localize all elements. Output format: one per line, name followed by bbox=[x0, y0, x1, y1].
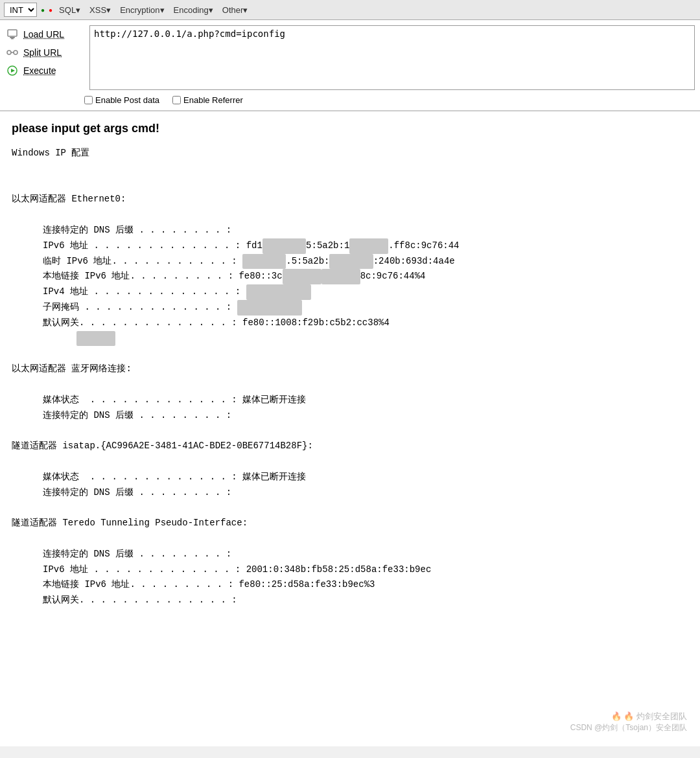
execute-button[interactable]: Execute bbox=[23, 65, 82, 76]
enable-referrer-text: Enable Referrer bbox=[183, 95, 243, 105]
svg-marker-7 bbox=[11, 69, 15, 73]
blank4 bbox=[12, 346, 688, 362]
output-line-windows-ip: Windows IP 配置 bbox=[12, 146, 688, 161]
dns-suffix-teredo: 连接特定的 DNS 后缀 . . . . . . . . : bbox=[12, 547, 688, 562]
dot-green-icon: ● bbox=[41, 6, 45, 14]
watermark: 🔥 🔥 灼剑安全团队 CSDN @灼剑（Tsojan）安全团队 bbox=[570, 711, 687, 733]
svg-point-3 bbox=[7, 51, 11, 54]
watermark-logo: 🔥 🔥 灼剑安全团队 bbox=[611, 711, 687, 722]
split-url-button[interactable]: Split URL bbox=[23, 47, 82, 58]
enable-post-label[interactable]: Enable Post data bbox=[84, 95, 159, 105]
watermark-brand: 🔥 灼剑安全团队 bbox=[624, 711, 687, 721]
gateway-extra-eth0: ██████ bbox=[12, 331, 688, 347]
gateway-teredo: 默认网关. . . . . . . . . . . . . . : bbox=[12, 593, 688, 608]
watermark-icon: 🔥 bbox=[611, 711, 622, 721]
execute-icon bbox=[5, 63, 19, 78]
checkboxes-row: Enable Post data Enable Referrer bbox=[0, 93, 700, 106]
temp-ipv6-eth0: 临时 IPv6 地址. . . . . . . . . . . : ██████… bbox=[12, 254, 688, 270]
dns-suffix-isatap: 连接特定的 DNS 后缀 . . . . . . . . : bbox=[12, 485, 688, 501]
ipv4-addr-eth0: IPv4 地址 . . . . . . . . . . . . . : ████… bbox=[12, 284, 688, 300]
blank8 bbox=[12, 500, 688, 516]
svg-rect-0 bbox=[8, 30, 17, 36]
enable-post-text: Enable Post data bbox=[95, 95, 159, 105]
blank6 bbox=[12, 423, 688, 439]
tool-area: Load URL Split URL bbox=[0, 20, 700, 111]
section-isatap: 隧道适配器 isatap.{AC996A2E-3481-41AC-BDE2-0B… bbox=[12, 439, 688, 454]
blank3 bbox=[12, 207, 688, 223]
svg-point-5 bbox=[14, 51, 18, 54]
url-input-container: http://127.0.0.1/a.php?cmd=ipconfig bbox=[89, 25, 695, 90]
ipv6-addr-teredo: IPv6 地址 . . . . . . . . . . . . . : 2001… bbox=[12, 562, 688, 578]
media-state-bt: 媒体状态 . . . . . . . . . . . . . : 媒体已断开连接 bbox=[12, 393, 688, 408]
watermark-credit: CSDN @灼剑（Tsojan）安全团队 bbox=[570, 722, 687, 733]
subnet-mask-eth0: 子网掩码 . . . . . . . . . . . . . : ███████… bbox=[12, 300, 688, 316]
blank9 bbox=[12, 531, 688, 547]
other-menu[interactable]: Other▾ bbox=[220, 5, 251, 15]
link-local-ipv6-teredo: 本地链接 IPv6 地址. . . . . . . . . : fe80::25… bbox=[12, 577, 688, 593]
section-bluetooth: 以太网适配器 蓝牙网络连接: bbox=[12, 362, 688, 377]
encoding-menu[interactable]: Encoding▾ bbox=[171, 5, 216, 15]
content-area: please input get args cmd! Windows IP 配置… bbox=[0, 111, 700, 746]
dns-suffix-eth0: 连接特定的 DNS 后缀 . . . . . . . . : bbox=[12, 223, 688, 238]
load-url-row: Load URL bbox=[5, 25, 89, 43]
encryption-menu[interactable]: Encryption▾ bbox=[117, 5, 167, 15]
split-url-row: Split URL bbox=[5, 43, 89, 62]
sql-menu[interactable]: SQL▾ bbox=[56, 5, 83, 15]
section-teredo: 隧道适配器 Teredo Tunneling Pseudo-Interface: bbox=[12, 516, 688, 531]
blank1 bbox=[12, 161, 688, 177]
enable-post-checkbox[interactable] bbox=[84, 96, 93, 104]
split-url-icon bbox=[5, 45, 19, 60]
svg-rect-1 bbox=[10, 37, 15, 38]
svg-rect-2 bbox=[11, 38, 14, 40]
url-input[interactable]: http://127.0.0.1/a.php?cmd=ipconfig bbox=[89, 25, 695, 90]
blank2 bbox=[12, 177, 688, 192]
execute-row: Execute bbox=[5, 62, 89, 80]
enable-referrer-label[interactable]: Enable Referrer bbox=[172, 95, 243, 105]
int-dropdown[interactable]: INT bbox=[4, 3, 37, 17]
blank7 bbox=[12, 454, 688, 470]
section-ethernet0: 以太网适配器 Ethernet0: bbox=[12, 192, 688, 207]
dot-red-icon: ● bbox=[49, 6, 52, 14]
ipv6-addr-eth0: IPv6 地址 . . . . . . . . . . . . . : fd1█… bbox=[12, 238, 688, 254]
blank5 bbox=[12, 377, 688, 393]
output-block: Windows IP 配置 以太网适配器 Ethernet0: 连接特定的 DN… bbox=[12, 146, 688, 608]
message-heading: please input get args cmd! bbox=[12, 122, 688, 135]
load-url-icon bbox=[5, 27, 19, 41]
load-url-button[interactable]: Load URL bbox=[23, 29, 82, 40]
dns-suffix-bt: 连接特定的 DNS 后缀 . . . . . . . . : bbox=[12, 408, 688, 424]
gateway-eth0: 默认网关. . . . . . . . . . . . . . : fe80::… bbox=[12, 316, 688, 331]
xss-menu[interactable]: XSS▾ bbox=[87, 5, 113, 15]
toolbar-top-row: INT ● ● SQL▾ XSS▾ Encryption▾ Encoding▾ … bbox=[0, 1, 700, 18]
link-local-ipv6-eth0: 本地链接 IPv6 地址. . . . . . . . . : fe80::3c… bbox=[12, 269, 688, 284]
enable-referrer-checkbox[interactable] bbox=[172, 96, 181, 104]
media-state-isatap: 媒体状态 . . . . . . . . . . . . . : 媒体已断开连接 bbox=[12, 470, 688, 485]
toolbar: INT ● ● SQL▾ XSS▾ Encryption▾ Encoding▾ … bbox=[0, 0, 700, 20]
